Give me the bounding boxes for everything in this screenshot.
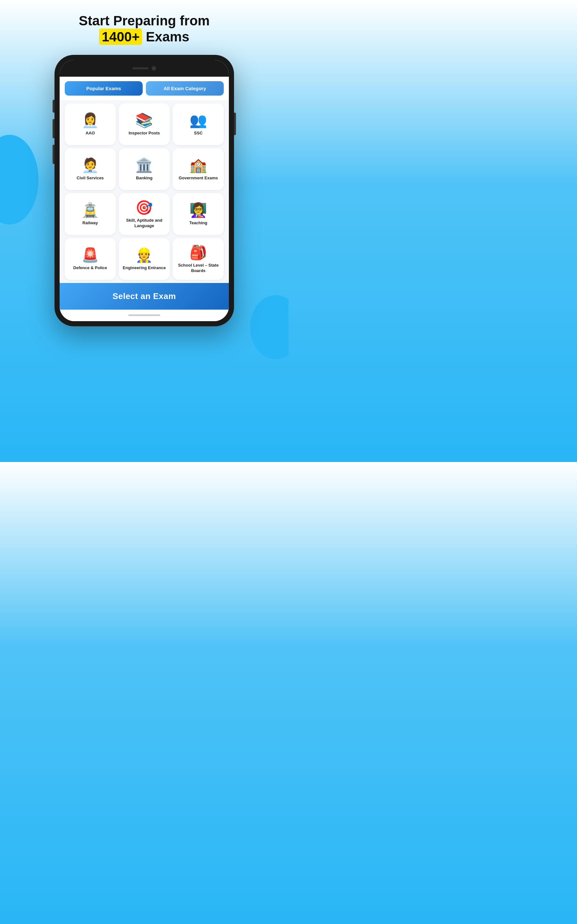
aao-label: AAO: [85, 131, 95, 136]
school-state-boards-label: School Level – State Boards: [176, 263, 221, 274]
select-exam-label: Select an Exam: [113, 291, 176, 301]
speaker: [132, 67, 148, 69]
exam-card-school-state-boards[interactable]: 🎒School Level – State Boards: [173, 238, 224, 280]
exam-card-skill-aptitude[interactable]: 🎯Skill, Aptitude and Language: [119, 193, 170, 235]
civil-services-icon: 🧑‍💼: [81, 158, 99, 172]
bg-blob-left: [0, 135, 39, 225]
inspector-posts-icon: 📚: [135, 113, 153, 128]
power-button: [234, 113, 236, 135]
exam-card-government-exams[interactable]: 🏫Government Exams: [173, 148, 224, 190]
exam-card-civil-services[interactable]: 🧑‍💼Civil Services: [65, 148, 116, 190]
defence-police-label: Defence & Police: [73, 265, 107, 271]
notch-bar: [60, 60, 229, 77]
header-section: Start Preparing from 1400+ Exams: [79, 13, 210, 45]
exam-card-railway[interactable]: 🚊Railway: [65, 193, 116, 235]
phone-screen: Popular Exams All Exam Category 👩‍💼AAO📚I…: [60, 60, 229, 321]
skill-aptitude-icon: 🎯: [135, 200, 153, 215]
header-line1: Start Preparing from 1400+ Exams: [79, 13, 210, 45]
banking-icon: 🏛️: [135, 158, 153, 172]
volume-down-button: [53, 145, 55, 164]
phone-bottom-bar: [60, 310, 229, 321]
exam-card-teaching[interactable]: 👩‍🏫Teaching: [173, 193, 224, 235]
teaching-label: Teaching: [189, 220, 207, 226]
railway-icon: 🚊: [81, 203, 99, 217]
aao-icon: 👩‍💼: [81, 113, 99, 128]
government-exams-label: Government Exams: [179, 176, 218, 181]
home-indicator: [128, 314, 160, 316]
exam-card-ssc[interactable]: 👥SSC: [173, 103, 224, 145]
skill-aptitude-label: Skill, Aptitude and Language: [122, 218, 167, 229]
school-state-boards-icon: 🎒: [189, 246, 207, 260]
defence-police-icon: 🚨: [81, 248, 99, 262]
tabs-bar: Popular Exams All Exam Category: [60, 77, 229, 100]
front-camera: [152, 66, 156, 71]
engineering-entrance-label: Engineering Entrance: [123, 265, 166, 271]
ssc-label: SSC: [194, 131, 203, 136]
civil-services-label: Civil Services: [77, 176, 104, 181]
government-exams-icon: 🏫: [189, 158, 207, 172]
tab-popular-exams[interactable]: Popular Exams: [65, 81, 143, 95]
bg-blob-right: [250, 295, 288, 359]
engineering-entrance-icon: 👷: [135, 248, 153, 262]
teaching-icon: 👩‍🏫: [189, 203, 207, 217]
exam-card-engineering-entrance[interactable]: 👷Engineering Entrance: [119, 238, 170, 280]
volume-up-button: [53, 119, 55, 138]
ssc-icon: 👥: [189, 113, 207, 128]
mute-button: [53, 100, 55, 113]
phone-frame: Popular Exams All Exam Category 👩‍💼AAO📚I…: [55, 55, 234, 326]
select-exam-bar[interactable]: Select an Exam: [60, 283, 229, 310]
inspector-posts-label: Inspector Posts: [129, 131, 160, 136]
exam-grid: 👩‍💼AAO📚Inspector Posts👥SSC🧑‍💼Civil Servi…: [60, 100, 229, 283]
notch: [119, 62, 170, 74]
banking-label: Banking: [136, 176, 152, 181]
exam-card-defence-police[interactable]: 🚨Defence & Police: [65, 238, 116, 280]
railway-label: Railway: [82, 220, 98, 226]
tab-all-exam-category[interactable]: All Exam Category: [146, 81, 224, 95]
exam-card-banking[interactable]: 🏛️Banking: [119, 148, 170, 190]
header-highlight: 1400+: [99, 29, 142, 45]
exam-card-aao[interactable]: 👩‍💼AAO: [65, 103, 116, 145]
exam-card-inspector-posts[interactable]: 📚Inspector Posts: [119, 103, 170, 145]
